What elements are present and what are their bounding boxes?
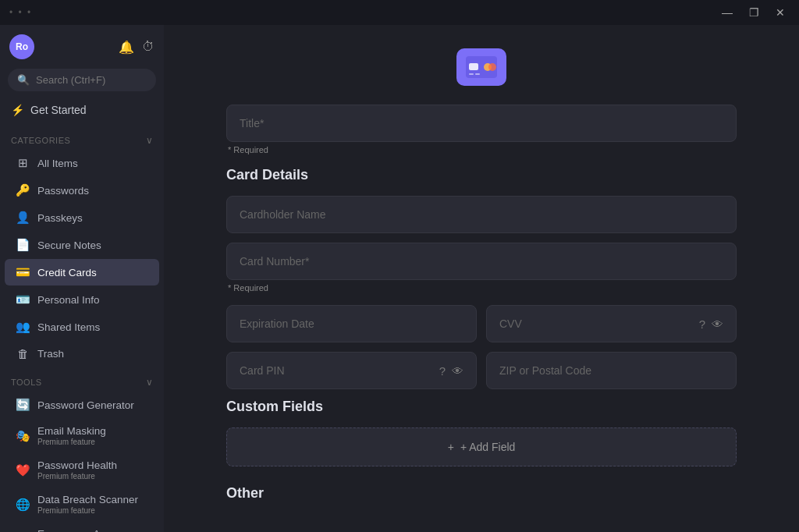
trash-icon: 🗑 [16,347,30,360]
svg-rect-4 [469,73,474,75]
password-gen-label: Password Generator [37,399,134,411]
add-field-plus-icon: + [448,441,454,453]
card-number-required-note: * Required [226,283,737,293]
tools-section-label: Tools ∨ [0,371,164,391]
sidebar-item-emergency-access[interactable]: ⚙️ Emergency Access Premium feature [5,522,159,532]
zip-input[interactable] [499,364,723,377]
notifications-icon[interactable]: 🔔 [119,40,134,55]
sidebar-item-personal-info[interactable]: 🪪 Personal Info [5,286,159,313]
search-bar[interactable]: 🔍 Search (Ctrl+F) [8,69,156,91]
card-number-input[interactable] [240,255,723,268]
emergency-access-content: Emergency Access Premium feature [37,528,127,532]
data-breach-label: Data Breach Scanner [37,494,138,505]
passwords-icon: 🔑 [16,183,30,197]
expiration-date-field[interactable] [226,305,477,342]
emergency-access-label: Emergency Access [37,528,127,532]
title-field[interactable] [226,105,737,142]
add-field-label: + Add Field [460,441,515,453]
cardholder-name-input[interactable] [240,208,723,221]
sidebar: Ro 🔔 ⏱ 🔍 Search (Ctrl+F) ⚡ Get Started C… [0,25,164,532]
credit-cards-icon: 💳 [16,265,30,279]
shared-items-icon: 👥 [16,320,30,334]
password-health-label: Password Health [37,459,117,471]
all-items-label: All Items [37,158,78,169]
sidebar-item-credit-cards[interactable]: 💳 Credit Cards [5,259,159,286]
passkeys-label: Passkeys [37,212,83,224]
sidebar-item-password-generator[interactable]: 🔄 Password Generator [5,392,159,418]
email-masking-content: Email Masking Premium feature [37,425,106,446]
titlebar-controls: — ❐ ✕ [715,3,793,22]
cvv-icons: ? 👁 [699,317,723,331]
password-health-premium: Premium feature [37,472,117,481]
sidebar-header: Ro 🔔 ⏱ [0,25,164,66]
card-pin-input[interactable] [240,364,439,377]
title-input[interactable] [240,117,723,129]
titlebar: • • • — ❐ ✕ [0,0,799,25]
data-breach-icon: 🌐 [16,498,30,512]
other-section-title: Other [226,485,737,502]
svg-rect-1 [469,63,478,70]
card-icon-wrap [226,48,737,86]
sidebar-item-secure-notes[interactable]: 📄 Secure Notes [5,232,159,258]
password-gen-icon: 🔄 [16,398,30,412]
sidebar-item-all-items[interactable]: ⊞ All Items [5,150,159,176]
minimize-button[interactable]: — [715,3,740,22]
close-button[interactable]: ✕ [768,3,793,22]
get-started-label: Get Started [30,104,87,116]
categories-section-label: Categories ∨ [0,129,164,149]
expiry-cvv-row: ? 👁 [226,305,737,342]
password-health-content: Password Health Premium feature [37,459,117,481]
svg-rect-5 [475,73,480,75]
card-details-title: Card Details [226,167,737,183]
title-field-wrap: * Required [226,105,737,154]
password-health-icon: ❤️ [16,463,30,477]
sidebar-item-trash[interactable]: 🗑 Trash [5,341,159,367]
avatar[interactable]: Ro [9,34,34,59]
sidebar-item-password-health[interactable]: ❤️ Password Health Premium feature [5,453,159,487]
email-masking-icon: 🎭 [16,429,30,443]
pin-help-icon[interactable]: ? [439,364,446,378]
pin-visibility-icon[interactable]: 👁 [452,364,463,378]
cvv-field[interactable]: ? 👁 [486,305,737,342]
trash-label: Trash [37,348,64,360]
pin-icons: ? 👁 [439,364,463,378]
sidebar-item-email-masking[interactable]: 🎭 Email Masking Premium feature [5,419,159,452]
card-type-icon [456,48,506,86]
cardholder-name-field[interactable] [226,196,737,233]
get-started-item[interactable]: ⚡ Get Started [0,99,164,121]
sidebar-item-data-breach[interactable]: 🌐 Data Breach Scanner Premium feature [5,488,159,521]
search-icon: 🔍 [17,74,30,86]
tools-chevron[interactable]: ∨ [146,377,154,388]
all-items-icon: ⊞ [16,156,30,170]
zip-code-field[interactable] [486,352,737,389]
sidebar-item-passkeys[interactable]: 👤 Passkeys [5,204,159,231]
data-breach-content: Data Breach Scanner Premium feature [37,494,138,515]
title-required-note: * Required [226,145,737,154]
tools-section: Tools ∨ 🔄 Password Generator 🎭 Email Mas… [0,371,164,532]
shared-items-label: Shared Items [37,321,100,333]
cvv-help-icon[interactable]: ? [699,317,705,331]
passwords-label: Passwords [37,185,89,197]
sidebar-item-shared-items[interactable]: 👥 Shared Items [5,314,159,340]
card-number-field[interactable] [226,243,737,280]
passkeys-icon: 👤 [16,211,30,225]
categories-chevron[interactable]: ∨ [146,135,154,146]
card-pin-field[interactable]: ? 👁 [226,352,477,389]
expiration-input[interactable] [240,317,463,330]
credit-card-svg [466,56,497,78]
cvv-visibility-icon[interactable]: 👁 [712,317,723,331]
search-placeholder: Search (Ctrl+F) [36,74,105,86]
custom-fields-title: Custom Fields [226,399,737,415]
data-breach-premium: Premium feature [37,506,138,515]
email-masking-premium: Premium feature [37,438,106,446]
credit-cards-label: Credit Cards [37,267,97,278]
maximize-button[interactable]: ❐ [741,3,766,22]
add-field-button[interactable]: + + Add Field [226,427,737,466]
pin-zip-row: ? 👁 [226,352,737,389]
main-content: * Required Card Details * Required ? [164,25,799,532]
cvv-input[interactable] [499,317,699,330]
lightning-icon: ⚡ [11,104,24,116]
settings-icon[interactable]: ⏱ [142,40,154,55]
secure-notes-icon: 📄 [16,238,30,252]
sidebar-item-passwords[interactable]: 🔑 Passwords [5,177,159,204]
